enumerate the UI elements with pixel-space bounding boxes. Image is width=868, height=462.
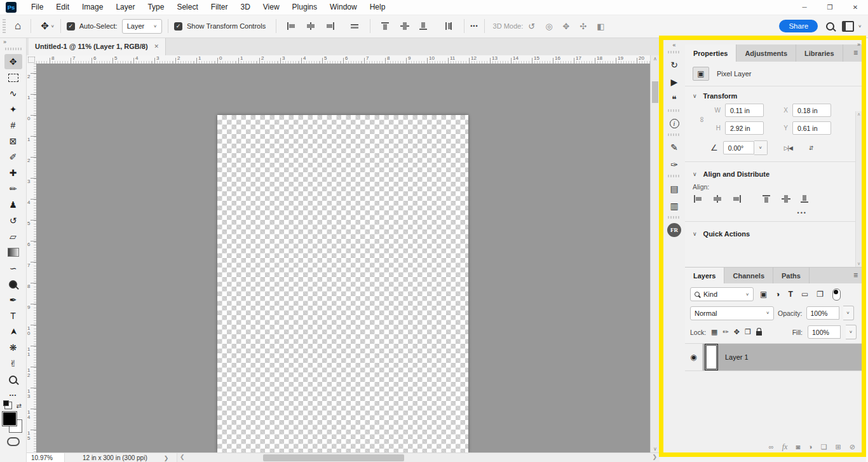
align-top-edges-icon[interactable] xyxy=(381,22,391,31)
align-section-header[interactable]: ∨ Align and Distribute xyxy=(685,165,862,180)
tab-properties[interactable]: Properties xyxy=(685,44,736,62)
opacity-field[interactable]: 100% xyxy=(806,306,839,320)
flip-horizontal-icon[interactable]: ▷|◀ xyxy=(784,145,792,151)
panel-menu-icon[interactable]: ≡ xyxy=(853,271,858,280)
brush-tool[interactable]: ✏ xyxy=(4,181,22,196)
opacity-dropdown[interactable]: ∨ xyxy=(843,306,854,320)
comments-panel-icon[interactable]: ❝ xyxy=(667,92,682,107)
toolbar-expand-icon[interactable]: » xyxy=(0,37,26,45)
custom-shape-tool[interactable]: ❋ xyxy=(4,340,22,355)
tab-libraries[interactable]: Libraries xyxy=(796,44,843,62)
strip-grip[interactable] xyxy=(668,216,681,219)
lock-artboard-icon[interactable]: ❒ xyxy=(745,328,751,336)
menu-window[interactable]: Window xyxy=(323,0,363,15)
home-icon[interactable]: ⌂ xyxy=(15,20,21,32)
horizontal-scrollbar-thumb[interactable] xyxy=(263,454,404,461)
align-horizontal-centers-icon[interactable] xyxy=(712,194,722,203)
zoom-level-field[interactable]: 10.97% xyxy=(26,453,65,462)
rotation-field[interactable]: 0.00° xyxy=(723,141,754,154)
chevron-down-icon[interactable]: ∨ xyxy=(51,24,55,29)
horizontal-scrollbar[interactable]: ❮ ❯ xyxy=(177,453,660,462)
properties-scrollbar[interactable]: ∧ ∨ xyxy=(855,111,862,267)
default-colors-icon[interactable] xyxy=(4,402,12,409)
align-vertical-centers-icon[interactable] xyxy=(781,194,791,203)
align-right-edges-icon[interactable] xyxy=(325,22,335,31)
character-panel-icon[interactable]: ▤ xyxy=(667,181,682,196)
y-field[interactable]: 0.61 in xyxy=(792,121,831,135)
align-top-edges-icon[interactable] xyxy=(762,194,772,203)
adjustment-layer-icon[interactable]: ◑ xyxy=(808,443,813,451)
rotation-dropdown[interactable]: ∨ xyxy=(754,140,768,155)
menu-image[interactable]: Image xyxy=(76,0,109,15)
new-layer-icon[interactable]: ⊞ xyxy=(836,443,841,451)
fill-dropdown[interactable]: ∨ xyxy=(846,325,857,339)
align-horizontal-centers-icon[interactable] xyxy=(306,22,316,31)
menu-select[interactable]: Select xyxy=(170,0,204,15)
tab-adjustments[interactable]: Adjustments xyxy=(736,44,796,62)
auto-select-target-dropdown[interactable]: Layer ∨ xyxy=(122,19,162,34)
restore-button[interactable]: ❐ xyxy=(817,0,843,15)
ruler-origin[interactable] xyxy=(26,55,37,64)
x-field[interactable]: 0.18 in xyxy=(792,104,831,117)
quick-actions-section-header[interactable]: ∨ Quick Actions xyxy=(685,224,862,240)
auto-select-checkbox[interactable]: ✓ xyxy=(67,22,75,31)
menu-view[interactable]: View xyxy=(257,0,286,15)
info-panel-icon[interactable]: i xyxy=(667,116,682,131)
menu-plugins[interactable]: Plugins xyxy=(286,0,323,15)
type-tool[interactable]: T xyxy=(4,308,22,323)
foreground-color-swatch[interactable] xyxy=(3,412,17,426)
eraser-tool[interactable]: ▱ xyxy=(4,229,22,244)
dodge-tool[interactable] xyxy=(4,276,22,292)
history-panel-icon[interactable]: ↻ xyxy=(667,57,682,72)
filter-pixel-layers-icon[interactable]: ▣ xyxy=(760,290,767,299)
kind-filter-dropdown[interactable]: Kind ∨ xyxy=(690,287,754,301)
menu-3d[interactable]: 3D xyxy=(234,0,256,15)
layer-filter-toggle[interactable] xyxy=(832,289,841,301)
lasso-tool[interactable]: ∿ xyxy=(4,86,22,101)
new-group-icon[interactable]: ❏ xyxy=(821,443,827,451)
filter-adjustment-layers-icon[interactable]: ◑ xyxy=(775,290,780,299)
tab-close-icon[interactable]: ✕ xyxy=(154,43,159,50)
strip-grip[interactable] xyxy=(668,109,681,112)
move-tool-preset-icon[interactable]: ✥ xyxy=(41,20,49,32)
smudge-tool[interactable]: ∽ xyxy=(4,261,22,276)
add-layer-mask-icon[interactable]: ◙ xyxy=(796,443,800,451)
expand-dock-icon[interactable]: » xyxy=(857,41,860,48)
horizontal-ruler[interactable]: 8765432101234567891011121314151617181920 xyxy=(36,55,650,64)
zoom-tool[interactable] xyxy=(4,372,22,387)
move-tool[interactable]: ✥ xyxy=(4,54,22,69)
toolbar-grip[interactable] xyxy=(5,48,22,50)
scroll-down-icon[interactable]: ∨ xyxy=(856,261,862,266)
share-button[interactable]: Share xyxy=(779,20,818,32)
lock-transparent-pixels-icon[interactable]: ▦ xyxy=(711,328,717,336)
3d-slide-icon[interactable]: ✣ xyxy=(580,22,587,31)
filter-shape-layers-icon[interactable]: ▭ xyxy=(801,290,808,299)
vertical-scrollbar[interactable]: ∧ ∨ xyxy=(650,55,660,452)
align-bottom-edges-icon[interactable] xyxy=(419,22,429,31)
width-field[interactable]: 0.11 in xyxy=(725,104,764,117)
document-canvas[interactable] xyxy=(217,115,468,452)
frame-tool[interactable]: ⊠ xyxy=(4,133,22,149)
3d-orbit-icon[interactable]: ↺ xyxy=(528,22,535,31)
blend-mode-dropdown[interactable]: Normal ∨ xyxy=(690,306,774,320)
menu-file[interactable]: File xyxy=(25,0,50,15)
document-tab[interactable]: Untitled-1 @ 11% (Layer 1, RGB/8) ✕ xyxy=(29,37,166,55)
swap-colors-icon[interactable]: ⇄ xyxy=(17,402,22,409)
scroll-left-icon[interactable]: ❮ xyxy=(180,454,185,460)
menu-layer[interactable]: Layer xyxy=(109,0,141,15)
object-selection-tool[interactable]: ✦ xyxy=(4,102,22,117)
vertical-ruler[interactable]: 210123456789101112131415 xyxy=(26,64,37,452)
gradient-tool[interactable] xyxy=(4,245,22,260)
scroll-up-icon[interactable]: ∧ xyxy=(856,112,862,117)
layer-thumbnail[interactable] xyxy=(706,345,717,369)
layer-body[interactable]: Layer 1 xyxy=(703,344,862,370)
menu-type[interactable]: Type xyxy=(141,0,170,15)
layer-name[interactable]: Layer 1 xyxy=(725,353,749,361)
distribute-horizontal-icon[interactable] xyxy=(349,22,360,31)
more-align-options-button[interactable]: ••• xyxy=(470,23,478,29)
brush-settings-panel-icon[interactable]: ✎ xyxy=(667,140,682,155)
menu-edit[interactable]: Edit xyxy=(50,0,76,15)
eyedropper-tool[interactable]: ✐ xyxy=(4,149,22,165)
path-selection-tool[interactable]: ➤ xyxy=(4,324,22,339)
scroll-down-icon[interactable]: ∨ xyxy=(651,446,660,452)
